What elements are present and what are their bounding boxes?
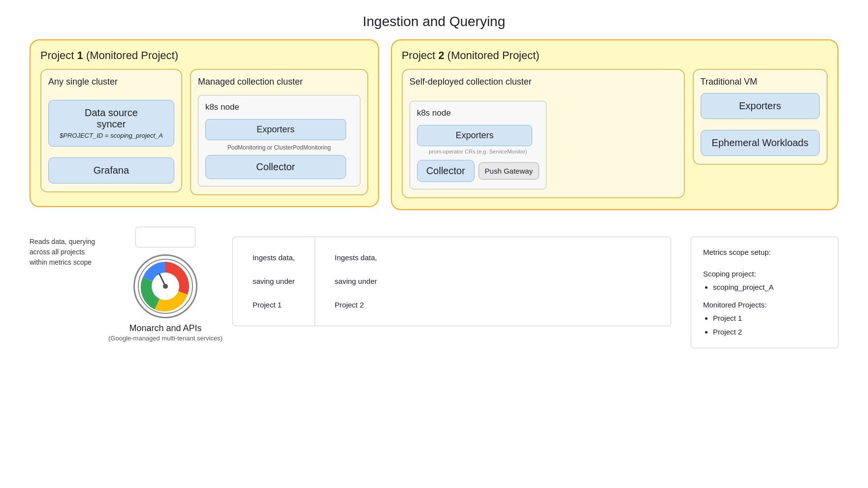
traditional-vm-box: Traditional VM Exporters Ephemeral Workl… xyxy=(693,69,828,165)
managed-collection-title: Managed collection cluster xyxy=(198,77,360,87)
scoping-project-label: Scoping project: xyxy=(703,268,826,280)
self-deployed-inner: k8s node Exporters prom-operator CRs (e.… xyxy=(410,93,677,189)
exporter-box-2: Exporters xyxy=(417,125,532,146)
self-deployed-title: Self-deployed collection cluster xyxy=(410,77,677,87)
metrics-scope-title: Metrics scope setup: xyxy=(703,246,826,259)
traditional-vm-inner: Exporters Ephemeral Workloads xyxy=(701,93,820,156)
metrics-scope-box: Metrics scope setup: Scoping project: sc… xyxy=(691,237,838,348)
monarch-svg xyxy=(136,257,195,316)
k8s-node-stack-2: k8s node Exporters prom-operator CRs (e.… xyxy=(410,101,547,189)
exporters-stack-2: Exporters xyxy=(417,125,539,146)
project2-title: Project 2 (Monitored Project) xyxy=(402,49,828,62)
project-id-label: $PROJECT_ID = scoping_project_A xyxy=(60,132,163,139)
monitored-list: Project 1 Project 2 xyxy=(703,312,826,338)
k8s-node-title-2: k8s node xyxy=(417,108,539,118)
k8s-node-stack-1: k8s node Exporters PodMonitoring or Clus… xyxy=(198,95,360,186)
reads-data-label: Reads data, querying across all projects… xyxy=(30,222,98,268)
traditional-vm-title: Traditional VM xyxy=(701,77,820,87)
collector-row-2: Collector Push Gateway xyxy=(417,160,539,182)
pod-monitoring-label: PodMonitoring or ClusterPodMonitoring xyxy=(205,144,353,151)
exporter-box-1: Exporters xyxy=(205,119,346,140)
bottom-section: Reads data, querying across all projects… xyxy=(0,222,868,348)
page-container: Ingestion and Querying Project 1 (Monito… xyxy=(0,0,868,348)
scoping-project-list: scoping_project_A xyxy=(703,281,826,294)
project2-box: Project 2 (Monitored Project) Self-deplo… xyxy=(391,39,838,210)
monarch-subtitle: (Google-managed multi-tenant services) xyxy=(108,335,223,342)
scoping-value: scoping_project_A xyxy=(713,281,826,294)
main-diagram: Project 1 (Monitored Project) Any single… xyxy=(0,39,868,210)
svg-point-3 xyxy=(163,284,168,289)
self-deployed-box: Self-deployed collection cluster k8s nod… xyxy=(402,69,685,198)
ingests2-col: Ingests data, saving under Project 2 xyxy=(315,237,397,326)
monitored-projects-label: Monitored Projects: xyxy=(703,299,826,311)
monitored-item-1: Project 1 xyxy=(713,312,826,325)
monarch-wrapper: Monarch and APIs (Google-managed multi-t… xyxy=(108,227,223,342)
exporters-stack-1: Exporters xyxy=(205,119,353,140)
collector-box-2: Collector xyxy=(417,160,475,182)
project2-inner: Self-deployed collection cluster k8s nod… xyxy=(402,69,828,198)
collector-box-1: Collector xyxy=(205,155,346,179)
any-single-cluster-title: Any single cluster xyxy=(48,77,174,87)
exporters-vm-box: Exporters xyxy=(701,93,820,119)
any-single-cluster-box: Any single cluster Data source syncer $P… xyxy=(40,69,182,192)
k8s-node-title-1: k8s node xyxy=(205,102,353,112)
data-source-syncer-box: Data source syncer $PROJECT_ID = scoping… xyxy=(48,100,174,147)
push-gateway-box: Push Gateway xyxy=(479,162,540,180)
k8s-node-stack-2-wrapper: k8s node Exporters prom-operator CRs (e.… xyxy=(410,93,547,189)
page-title: Ingestion and Querying xyxy=(0,0,868,39)
monarch-circle xyxy=(133,254,197,318)
ingests1-col: Ingests data, saving under Project 1 xyxy=(233,237,315,326)
grafana-box: Grafana xyxy=(48,157,174,183)
project1-inner: Any single cluster Data source syncer $P… xyxy=(40,69,368,195)
project1-box: Project 1 (Monitored Project) Any single… xyxy=(30,39,379,207)
managed-collection-box: Managed collection cluster k8s node Expo… xyxy=(190,69,368,195)
ephemeral-box: Ephemeral Workloads xyxy=(701,130,820,156)
prom-annotation: prom-operator CRs (e.g. ServiceMonitor) xyxy=(417,148,539,155)
project1-title: Project 1 (Monitored Project) xyxy=(40,49,368,62)
monitored-item-2: Project 2 xyxy=(713,326,826,338)
monarch-title: Monarch and APIs xyxy=(129,323,201,334)
